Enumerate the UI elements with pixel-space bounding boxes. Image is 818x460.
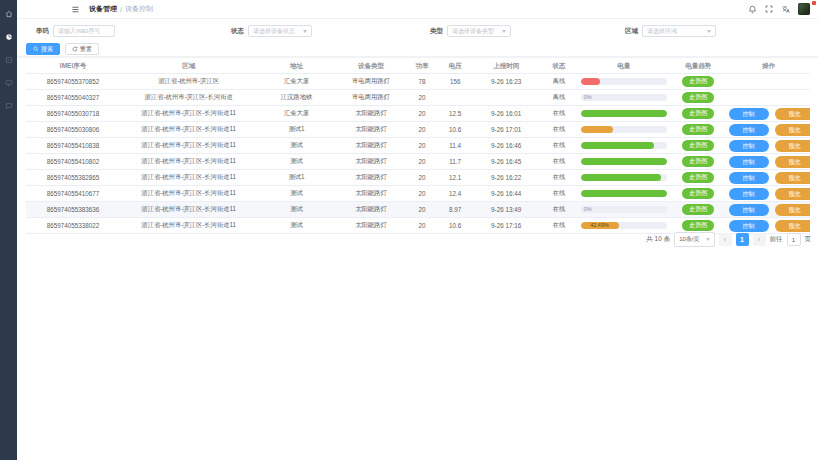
- cell-type: 太阳能路灯: [336, 202, 407, 218]
- cell-type: 太阳能路灯: [336, 154, 407, 170]
- next-page-button[interactable]: ›: [753, 233, 766, 246]
- menu-fold-icon[interactable]: [71, 5, 80, 14]
- cell-imei: 865974055410802: [26, 154, 120, 170]
- table-row: 865974055410802浙江省-杭州市-滨江区-长河街道11测试太阳能路灯…: [26, 154, 810, 170]
- sidebar-item-edit[interactable]: [0, 48, 17, 71]
- user-avatar[interactable]: [798, 3, 810, 15]
- cell-status: 离线: [539, 90, 578, 106]
- cell-time: 9-26 17:16: [473, 218, 540, 234]
- preview-button[interactable]: 预览: [775, 172, 810, 184]
- cell-address: 测试: [257, 218, 335, 234]
- trend-chart-button[interactable]: 走势图: [682, 140, 714, 151]
- preview-button[interactable]: 预览: [775, 220, 810, 232]
- cell-battery: [579, 106, 669, 122]
- cell-imei: 865974055383636: [26, 202, 120, 218]
- preview-button[interactable]: 预览: [775, 124, 810, 136]
- type-select[interactable]: 请选择设备类型: [447, 25, 511, 37]
- preview-button[interactable]: 预览: [775, 140, 810, 152]
- preview-button[interactable]: 预览: [775, 156, 810, 168]
- prev-page-button[interactable]: ‹: [719, 233, 732, 246]
- trend-chart-button[interactable]: 走势图: [682, 188, 714, 199]
- cell-time: 9-26 16:45: [473, 154, 540, 170]
- table-row: 865974055382865浙江省-杭州市-滨江区-长河街道11测试1太阳能路…: [26, 170, 810, 186]
- preview-button[interactable]: 预览: [775, 108, 810, 120]
- battery-progress: 42.49%: [581, 222, 667, 229]
- filter-buttons: 搜索 重置: [26, 43, 99, 55]
- control-button[interactable]: 控制: [729, 172, 769, 184]
- cell-imei: 865974055382865: [26, 170, 120, 186]
- control-button[interactable]: 控制: [729, 124, 769, 136]
- control-button[interactable]: 控制: [729, 188, 769, 200]
- battery-progress: [581, 158, 667, 165]
- main-content: 串码 状态 请选择设备状态 类型 请选择设备类型 区域 请选择区域: [17, 19, 818, 460]
- sidebar-item-monitor[interactable]: [0, 71, 17, 94]
- search-button[interactable]: 搜索: [26, 43, 60, 55]
- translate-icon[interactable]: [781, 5, 790, 14]
- breadcrumb-page: 设备控制: [125, 4, 153, 14]
- trend-chart-button[interactable]: 走势图: [682, 92, 714, 103]
- corner-notification-badge: [812, 1, 816, 5]
- table-row: 865974055370852浙江省-杭州市-滨江区汇金大厦市电两用路灯7815…: [26, 74, 810, 90]
- page-size-value: 10条/页: [679, 235, 699, 244]
- cell-voltage: 12.4: [438, 186, 473, 202]
- imei-input[interactable]: [53, 25, 115, 37]
- status-select-placeholder: 请选择设备状态: [253, 27, 295, 36]
- region-select[interactable]: 请选择区域: [642, 25, 716, 37]
- trend-chart-button[interactable]: 走势图: [682, 220, 714, 231]
- cell-imei: 865974055030718: [26, 106, 120, 122]
- cell-region: 浙江省-杭州市-滨江区-长河街道11: [120, 202, 257, 218]
- cell-type: 市电两用路灯: [336, 90, 407, 106]
- cell-battery: [579, 74, 669, 90]
- control-button[interactable]: 控制: [729, 156, 769, 168]
- sidebar-item-home[interactable]: [0, 2, 17, 25]
- page-size-select[interactable]: 10条/页: [674, 232, 714, 247]
- chevron-down-icon: [502, 30, 506, 33]
- cell-action: 控制预览: [728, 106, 810, 122]
- trend-chart-button[interactable]: 走势图: [682, 124, 714, 135]
- trend-chart-button[interactable]: 走势图: [682, 172, 714, 183]
- home-icon: [5, 10, 13, 18]
- app-window: 设备管理 / 设备控制 串码 状态 请选择设备状态: [0, 0, 818, 460]
- status-select[interactable]: 请选择设备状态: [248, 25, 312, 37]
- cell-time: 9-26 13:49: [473, 202, 540, 218]
- table-row: 865974055410838浙江省-杭州市-滨江区-长河街道11测试太阳能路灯…: [26, 138, 810, 154]
- cell-type: 太阳能路灯: [336, 218, 407, 234]
- sidebar-item-dashboard[interactable]: [0, 25, 17, 48]
- trend-chart-button[interactable]: 走势图: [682, 204, 714, 215]
- cell-address: 测试1: [257, 170, 335, 186]
- breadcrumb-section[interactable]: 设备管理: [89, 4, 117, 14]
- table-row: 865974055040327浙江省-杭州市-滨江区-长河街道江汉路地铁市电两用…: [26, 90, 810, 106]
- cell-status: 在线: [539, 154, 578, 170]
- cell-power: 20: [406, 90, 437, 106]
- preview-button[interactable]: 预览: [775, 188, 810, 200]
- control-button[interactable]: 控制: [729, 140, 769, 152]
- trend-chart-button[interactable]: 走势图: [682, 108, 714, 119]
- cell-action: 控制预览: [728, 154, 810, 170]
- search-button-label: 搜索: [41, 45, 53, 54]
- cell-voltage: 156: [438, 74, 473, 90]
- goto-page-input[interactable]: [787, 233, 801, 246]
- sidebar-item-message[interactable]: [0, 94, 17, 117]
- trend-chart-button[interactable]: 走势图: [682, 156, 714, 167]
- battery-progress: [581, 142, 667, 149]
- trend-chart-button[interactable]: 走势图: [682, 76, 714, 87]
- reset-button[interactable]: 重置: [65, 43, 99, 55]
- cell-voltage: [438, 90, 473, 106]
- monitor-icon: [5, 79, 13, 87]
- control-button[interactable]: 控制: [729, 220, 769, 232]
- cell-trend: 走势图: [669, 90, 728, 106]
- cell-power: 20: [406, 154, 437, 170]
- control-button[interactable]: 控制: [729, 204, 769, 216]
- control-button[interactable]: 控制: [729, 108, 769, 120]
- bell-icon[interactable]: [748, 5, 757, 14]
- cell-battery: 0%: [579, 202, 669, 218]
- cell-power: 20: [406, 202, 437, 218]
- page-number-button[interactable]: 1: [736, 233, 749, 246]
- fullscreen-icon[interactable]: [765, 5, 773, 13]
- topbar-actions: [748, 3, 810, 15]
- preview-button[interactable]: 预览: [775, 204, 810, 216]
- cell-address: 测试: [257, 138, 335, 154]
- search-icon: [33, 46, 39, 52]
- cell-status: 在线: [539, 186, 578, 202]
- table-row: 865974055030718浙江省-杭州市-滨江区-长河街道11汇金大厦太阳能…: [26, 106, 810, 122]
